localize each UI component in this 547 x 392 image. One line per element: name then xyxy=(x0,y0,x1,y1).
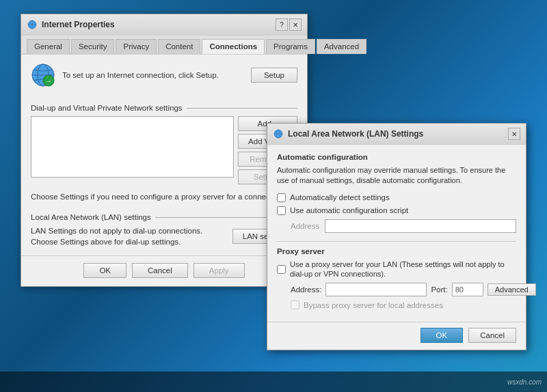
bypass-row: Bypass proxy server for local addresses xyxy=(291,300,516,309)
proxy-address-input[interactable] xyxy=(325,283,427,296)
lan-title-bar-controls: ✕ xyxy=(508,128,520,140)
lan-settings-dialog: Local Area Network (LAN) Settings ✕ Auto… xyxy=(267,123,526,350)
dialup-section-header: Dial-up and Virtual Private Network sett… xyxy=(31,104,297,112)
watermark: wsxdn.com xyxy=(507,378,542,386)
setup-row: → To set up an Internet connection, clic… xyxy=(31,63,297,94)
tab-content[interactable]: Content xyxy=(158,39,200,54)
auto-config-title: Automatic configuration xyxy=(277,153,516,161)
port-label: Port: xyxy=(431,285,447,294)
close-button[interactable]: ✕ xyxy=(289,18,302,31)
auto-script-label[interactable]: Use automatic configuration script xyxy=(290,206,408,214)
address-placeholder-label: Address xyxy=(291,222,319,230)
choose-settings-text: Choose Settings if you need to configure… xyxy=(31,191,297,202)
dialog-footer: OK Cancel Apply xyxy=(21,255,307,286)
globe-icon: → xyxy=(31,63,55,87)
lan-section: Local Area Network (LAN) settings LAN Se… xyxy=(31,213,297,247)
dialup-list[interactable] xyxy=(31,116,234,178)
svg-text:→: → xyxy=(45,77,52,85)
lan-dialog-footer: OK Cancel xyxy=(267,322,526,350)
lan-row: LAN Settings do not apply to dial-up con… xyxy=(31,225,297,247)
tab-security[interactable]: Security xyxy=(71,39,115,54)
lan-dialog-title: Local Area Network (LAN) Settings xyxy=(288,129,423,139)
title-bar: Internet Properties ? ✕ xyxy=(21,14,307,36)
lan-dialog-body: Automatic configuration Automatic config… xyxy=(267,145,526,322)
setup-button[interactable]: Setup xyxy=(251,68,297,83)
proxy-server-title: Proxy server xyxy=(277,247,516,255)
tab-privacy[interactable]: Privacy xyxy=(116,39,157,54)
auto-script-row: Use automatic configuration script xyxy=(277,206,516,215)
apply-button[interactable]: Apply xyxy=(194,263,245,278)
internet-properties-dialog: Internet Properties ? ✕ General Security… xyxy=(21,14,308,287)
divider xyxy=(277,241,516,242)
title-bar-controls: ? ✕ xyxy=(276,18,302,31)
dialog-body: → To set up an Internet connection, clic… xyxy=(21,55,307,255)
help-button[interactable]: ? xyxy=(276,18,288,31)
advanced-button[interactable]: Advanced xyxy=(488,283,536,296)
auto-address-input[interactable] xyxy=(325,219,516,233)
tab-connections[interactable]: Connections xyxy=(202,39,265,54)
tab-advanced[interactable]: Advanced xyxy=(317,39,366,54)
lan-title-bar: Local Area Network (LAN) Settings ✕ xyxy=(267,124,526,145)
lan-title-bar-left: Local Area Network (LAN) Settings xyxy=(273,128,423,139)
dialog-title: Internet Properties xyxy=(42,20,115,29)
use-proxy-checkbox[interactable] xyxy=(277,265,286,274)
lan-cancel-button[interactable]: Cancel xyxy=(468,328,516,343)
bypass-checkbox[interactable] xyxy=(291,300,299,309)
dialog-icon xyxy=(27,19,38,30)
tab-programs[interactable]: Programs xyxy=(266,39,315,54)
tab-bar: General Security Privacy Content Connect… xyxy=(21,36,307,55)
cancel-button[interactable]: Cancel xyxy=(132,263,188,278)
bypass-label[interactable]: Bypass proxy server for local addresses xyxy=(304,301,443,309)
auto-detect-checkbox[interactable] xyxy=(277,193,286,202)
proxy-address-label: Address: xyxy=(291,285,321,294)
setup-description: To set up an Internet connection, click … xyxy=(62,70,244,81)
ok-button[interactable]: OK xyxy=(83,263,126,278)
auto-detect-label[interactable]: Automatically detect settings xyxy=(290,193,390,201)
auto-script-checkbox[interactable] xyxy=(277,206,286,215)
lan-close-button[interactable]: ✕ xyxy=(508,128,520,140)
taskbar: wsxdn.com xyxy=(0,372,547,392)
lan-dialog-icon xyxy=(273,128,284,139)
title-bar-left: Internet Properties xyxy=(27,19,115,30)
auto-config-desc: Automatic configuration may override man… xyxy=(277,165,516,186)
lan-description: LAN Settings do not apply to dial-up con… xyxy=(31,225,226,247)
auto-address-row: Address xyxy=(291,219,516,233)
auto-detect-row: Automatically detect settings xyxy=(277,193,516,202)
proxy-addr-row: Address: Port: Advanced xyxy=(291,283,516,296)
proxy-checkbox-label[interactable]: Use a proxy server for your LAN (These s… xyxy=(290,260,516,279)
port-input[interactable] xyxy=(452,283,483,296)
dialup-area: Add... Add VPN... Remove... Settings xyxy=(31,116,297,184)
tab-general[interactable]: General xyxy=(27,39,70,54)
lan-ok-button[interactable]: OK xyxy=(421,328,464,343)
proxy-checkbox-row: Use a proxy server for your LAN (These s… xyxy=(277,260,516,279)
lan-section-header: Local Area Network (LAN) settings xyxy=(31,213,297,221)
